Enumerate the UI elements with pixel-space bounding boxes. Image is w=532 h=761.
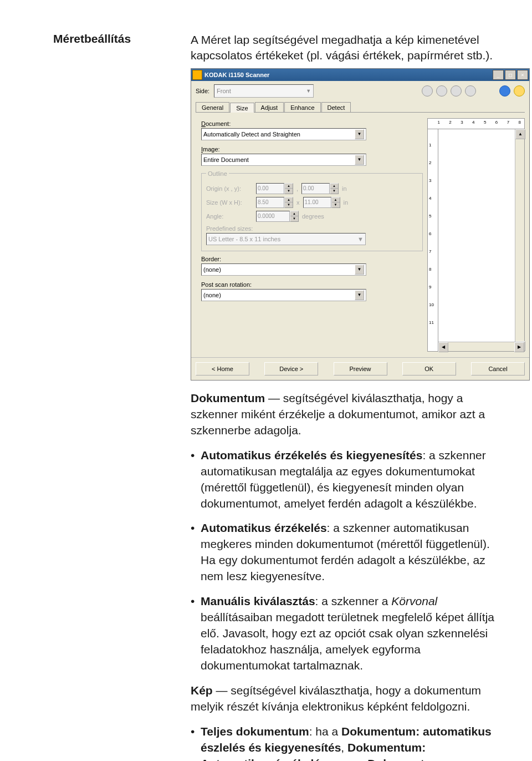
angle-spinner[interactable]: ▲▼: [290, 211, 299, 222]
document-select[interactable]: Automatically Detect and Straighten▼: [201, 128, 366, 140]
image-select-value: Entire Document: [203, 156, 249, 163]
predef-label: Predefined sizes:: [206, 225, 253, 232]
minimize-button[interactable]: _: [493, 70, 504, 80]
predef-select: US Letter - 8.5 x 11 inches▼: [206, 233, 366, 245]
app-icon: [192, 70, 202, 80]
device-button[interactable]: Device >: [264, 362, 318, 376]
zoom-in-icon[interactable]: [422, 85, 433, 97]
cancel-button[interactable]: Cancel: [471, 362, 525, 376]
scrollbar-vertical[interactable]: ▲▼: [515, 129, 524, 351]
chevron-down-icon: ▼: [355, 129, 364, 139]
chevron-down-icon: ▼: [357, 236, 364, 242]
tab-enhance[interactable]: Enhance: [284, 102, 320, 112]
size-h-spinner[interactable]: ▲▼: [331, 197, 340, 208]
image-label: Image:: [201, 146, 423, 153]
size-label: Size (W x H):: [206, 199, 256, 206]
outline-fieldset: Outline Origin (x , y): 0.00▲▼ , 0.00▲▼ …: [201, 170, 423, 251]
preview-quality-icon[interactable]: [465, 85, 476, 97]
side-label: Side:: [196, 88, 209, 94]
list-item: Manuális kiválasztás: a szkenner a Körvo…: [191, 593, 499, 674]
angle-label: Angle:: [206, 213, 256, 220]
border-select-value: (none): [203, 266, 221, 273]
ok-button[interactable]: OK: [402, 362, 456, 376]
list-item: Automatikus érzékelés és kiegyenesítés: …: [191, 448, 499, 512]
list-item: Teljes dokumentum: ha a Dokumentum: auto…: [191, 724, 499, 761]
tab-general[interactable]: General: [196, 102, 229, 112]
document-select-value: Automatically Detect and Straighten: [203, 131, 300, 138]
home-button[interactable]: < Home: [196, 362, 249, 376]
section-intro: A Méret lap segítségével megadhatja a ké…: [191, 32, 499, 64]
document-label: DDocument:ocument:: [201, 120, 423, 127]
chevron-down-icon: ▼: [355, 265, 364, 275]
tab-bar: General Size Adjust Enhance Detect: [196, 102, 525, 113]
postscan-label: Post scan rotation:: [201, 281, 423, 288]
image-select[interactable]: Entire Document▼: [201, 154, 366, 166]
side-select[interactable]: Front▼: [214, 84, 314, 98]
origin-y-input[interactable]: 0.00: [301, 183, 330, 194]
window-title: KODAK i1150 Scanner: [204, 72, 493, 78]
border-select[interactable]: (none)▼: [201, 263, 366, 276]
origin-y-spinner[interactable]: ▲▼: [330, 183, 339, 194]
preview-pane: 1 2 3 4 5 6 7 8 9 10 11: [427, 129, 525, 352]
predef-select-value: US Letter - 8.5 x 11 inches: [208, 236, 280, 242]
border-label: Border:: [201, 256, 423, 262]
origin-x-input[interactable]: 0.00: [256, 183, 284, 194]
info-icon[interactable]: [499, 85, 510, 97]
close-button[interactable]: ×: [517, 70, 528, 80]
size-unit: in: [344, 199, 349, 206]
postscan-select[interactable]: (none)▼: [201, 289, 366, 301]
tab-size[interactable]: Size: [230, 103, 254, 113]
size-w-spinner[interactable]: ▲▼: [284, 197, 293, 208]
size-h-input[interactable]: 11.00: [303, 197, 331, 208]
body-text: Dokumentum — segítségével kiválaszthatja…: [191, 390, 499, 761]
preview-tool-icon[interactable]: [451, 85, 462, 97]
zoom-out-icon[interactable]: [436, 85, 447, 97]
ruler-horizontal: 1 2 3 4 5 6 7 8: [427, 118, 525, 129]
maximize-button[interactable]: □: [505, 70, 516, 80]
window-titlebar: KODAK i1150 Scanner _ □ ×: [191, 69, 529, 81]
chevron-down-icon: ▼: [355, 155, 364, 165]
help-icon[interactable]: [514, 85, 525, 97]
tab-detect[interactable]: Detect: [321, 102, 351, 112]
chevron-down-icon: ▼: [355, 290, 364, 300]
section-heading: Méretbeállítás: [53, 32, 164, 45]
origin-x-spinner[interactable]: ▲▼: [284, 183, 293, 194]
list-item: Automatikus érzékelés: a szkenner automa…: [191, 520, 499, 585]
preview-button[interactable]: Preview: [334, 362, 387, 376]
chevron-down-icon: ▼: [306, 88, 311, 94]
origin-unit: in: [342, 185, 347, 192]
screenshot-figure: KODAK i1150 Scanner _ □ × Side: Front▼: [191, 68, 530, 380]
size-w-input[interactable]: 8.50: [256, 197, 284, 208]
ruler-vertical: 1 2 3 4 5 6 7 8 9 10 11: [428, 129, 438, 351]
origin-label: Origin (x , y):: [206, 185, 256, 192]
angle-unit: degrees: [302, 213, 324, 220]
angle-input[interactable]: 0.0000: [256, 211, 290, 222]
tab-adjust[interactable]: Adjust: [255, 102, 284, 112]
side-select-value: Front: [217, 88, 231, 94]
scrollbar-horizontal[interactable]: ◀▶: [438, 342, 524, 351]
postscan-select-value: (none): [203, 292, 221, 298]
outline-legend: Outline: [206, 170, 229, 177]
